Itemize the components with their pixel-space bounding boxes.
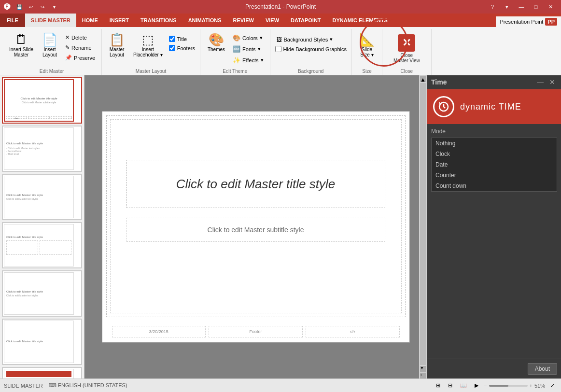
tab-view[interactable]: VIEW bbox=[260, 14, 285, 27]
tab-dynamic-elements[interactable]: Dynamic ELEMENTS bbox=[327, 14, 393, 27]
scroll-down-btn[interactable]: ▼ bbox=[420, 366, 426, 372]
mode-list: Nothing Clock Date Counter Count down bbox=[431, 138, 557, 192]
slide-thumb-5[interactable]: Click to edit Master title style Click t… bbox=[2, 270, 82, 317]
edit-theme-label-bottom: Edit Theme bbox=[204, 68, 266, 75]
slide-thumb-4[interactable]: Click to edit Master title style bbox=[2, 222, 82, 268]
bg-styles-label: Background Styles bbox=[284, 37, 328, 42]
slide-thumb-3[interactable]: Click to edit Master title style Click t… bbox=[2, 174, 82, 220]
preserve-btn[interactable]: 📌 Preserve bbox=[63, 53, 98, 62]
effects-btn[interactable]: ✨ Effects ▾ bbox=[230, 55, 266, 65]
hide-bg-check-input[interactable] bbox=[275, 46, 281, 52]
tab-review[interactable]: REVIEW bbox=[227, 14, 260, 27]
minimize-btn[interactable]: — bbox=[515, 2, 528, 12]
tab-home[interactable]: HOME bbox=[76, 14, 104, 27]
tab-transitions[interactable]: TRANSITIONS bbox=[135, 14, 182, 27]
master-layout-group: 📋 MasterLayout ⬚ InsertPlaceholder ▾ Tit… bbox=[102, 29, 200, 75]
close-panel-btn[interactable]: ✕ bbox=[547, 77, 557, 87]
slide-thumb-inner-2: Click to edit Master title style · Click… bbox=[4, 127, 74, 170]
title-check-input[interactable] bbox=[169, 36, 175, 42]
master-layout-btn[interactable]: 📋 MasterLayout bbox=[106, 31, 128, 60]
background-styles-btn[interactable]: 🖼 Background Styles ▾ bbox=[274, 35, 348, 44]
slide-subtitle-text: Click to edit Master subtitle style bbox=[208, 226, 304, 234]
scroll-up-btn[interactable]: ▲ bbox=[420, 76, 426, 82]
fit-window-btn[interactable]: ⤢ bbox=[548, 381, 557, 390]
slide-thumb-inner-7: Click to edit text bbox=[4, 369, 74, 378]
tab-slide-master[interactable]: SLIDE MASTER bbox=[25, 14, 76, 27]
footers-checkbox[interactable]: Footers bbox=[168, 44, 196, 52]
right-panel: Time — ✕ dynamic TIME Mode Nothing Clock… bbox=[427, 75, 561, 378]
qat-more[interactable]: ▾ bbox=[49, 2, 59, 12]
slide-thumb-inner-1: Click to edit Master title style Click t… bbox=[4, 79, 74, 122]
delete-btn[interactable]: ✕ Delete bbox=[63, 33, 98, 42]
right-panel-title: Time bbox=[431, 78, 447, 86]
master-layout-label-bottom: Master Layout bbox=[106, 68, 196, 75]
status-bar: SLIDE MASTER ⌨ ENGLISH (UNITED STATES) ⊞… bbox=[0, 378, 561, 392]
presentation-point-btn[interactable]: Presentation Point PP bbox=[496, 16, 561, 27]
fonts-btn[interactable]: 🔤 Fonts ▾ bbox=[230, 44, 266, 54]
slide-canvas[interactable]: Click to edit Master title style Click t… bbox=[102, 111, 410, 343]
colors-btn[interactable]: 🎨 Colors ▾ bbox=[230, 33, 266, 43]
subtitle-placeholder[interactable]: Click to edit Master subtitle style bbox=[126, 218, 385, 242]
scroll-thumb[interactable] bbox=[420, 83, 426, 365]
slide-thumb-2[interactable]: Click to edit Master title style · Click… bbox=[2, 126, 82, 172]
slide-thumb-inner-6: Click to edit Master title style bbox=[4, 321, 74, 363]
slide-sorter-btn[interactable]: ⊟ bbox=[446, 381, 455, 390]
time-icon bbox=[433, 96, 454, 117]
zoom-in-btn[interactable]: + bbox=[530, 383, 533, 389]
insert-layout-btn[interactable]: 📄 InsertLayout bbox=[39, 31, 61, 60]
title-checkbox[interactable]: Title bbox=[168, 35, 196, 43]
slide-size-btn[interactable]: 📐 SlideSize ▾ bbox=[356, 31, 378, 60]
close-master-icon: ✕ bbox=[398, 34, 415, 52]
tab-datapoint[interactable]: DATAPOINT bbox=[285, 14, 327, 27]
ribbon-tabs: FILE SLIDE MASTER HOME INSERT TRANSITION… bbox=[0, 14, 561, 27]
zoom-control: − + 51% bbox=[484, 383, 545, 389]
edit-master-label: Edit Master bbox=[6, 68, 98, 75]
mode-countdown[interactable]: Count down bbox=[432, 181, 557, 191]
normal-view-btn[interactable]: ⊞ bbox=[434, 381, 443, 390]
title-placeholder[interactable]: Click to edit Master title style bbox=[126, 160, 385, 208]
zoom-slider[interactable] bbox=[489, 385, 528, 387]
right-scrollbar[interactable]: ▲ ▼ ↕ bbox=[419, 75, 427, 378]
insert-slide-master-label: Insert SlideMaster bbox=[9, 47, 33, 57]
themes-icon: 🎨 bbox=[209, 33, 224, 46]
close-window-btn[interactable]: ✕ bbox=[544, 2, 557, 12]
pin-panel-btn[interactable]: — bbox=[535, 77, 546, 87]
qat-undo[interactable]: ↩ bbox=[26, 2, 36, 12]
master-layout-checks: Title Footers bbox=[168, 31, 196, 52]
reading-view-btn[interactable]: 📖 bbox=[458, 381, 469, 390]
qat-save[interactable]: 💾 bbox=[14, 2, 24, 12]
mode-nothing[interactable]: Nothing bbox=[432, 138, 557, 149]
footers-check-input[interactable] bbox=[169, 45, 175, 51]
tab-insert[interactable]: INSERT bbox=[104, 14, 135, 27]
slide-thumb-7[interactable]: Click to edit text bbox=[2, 367, 82, 378]
qat-redo[interactable]: ↪ bbox=[38, 2, 47, 12]
close-master-view-btn[interactable]: ✕ CloseMaster View bbox=[388, 31, 425, 67]
mode-date[interactable]: Date bbox=[432, 159, 557, 170]
mode-counter[interactable]: Counter bbox=[432, 170, 557, 181]
slide-thumb-inner-4: Click to edit Master title style bbox=[4, 224, 74, 266]
insert-slide-master-btn[interactable]: 🗒 Insert SlideMaster bbox=[6, 31, 37, 60]
slide-thumb-6[interactable]: Click to edit Master title style bbox=[2, 319, 82, 365]
title-bar: 🅟 💾 ↩ ↪ ▾ Presentation1 - PowerPoint ? ▾… bbox=[0, 0, 561, 14]
slide-thumb-1[interactable]: Click to edit Master title style Click t… bbox=[2, 77, 82, 124]
insert-slide-master-icon: 🗒 bbox=[15, 33, 28, 46]
slide-panel[interactable]: Click to edit Master title style Click t… bbox=[0, 75, 84, 378]
themes-btn[interactable]: 🎨 Themes bbox=[204, 31, 228, 55]
zoom-out-btn[interactable]: − bbox=[484, 383, 487, 389]
maximize-btn[interactable]: □ bbox=[529, 2, 543, 12]
help-btn[interactable]: ? bbox=[486, 2, 499, 12]
rename-btn[interactable]: ✎ Rename bbox=[63, 43, 98, 52]
tab-file[interactable]: FILE bbox=[0, 14, 25, 27]
insert-placeholder-label: InsertPlaceholder ▾ bbox=[133, 47, 163, 57]
hide-bg-checkbox[interactable]: Hide Background Graphics bbox=[274, 45, 348, 53]
mode-clock[interactable]: Clock bbox=[432, 149, 557, 159]
themes-label: Themes bbox=[208, 47, 225, 52]
scroll-bottom-btn[interactable]: ↕ bbox=[420, 373, 426, 378]
about-btn[interactable]: About bbox=[528, 363, 557, 375]
colors-label: Colors bbox=[242, 35, 258, 41]
slideshow-btn[interactable]: ▶ bbox=[472, 381, 481, 390]
ribbon-toggle-btn[interactable]: ▾ bbox=[500, 2, 514, 12]
insert-placeholder-btn[interactable]: ⬚ InsertPlaceholder ▾ bbox=[130, 31, 166, 60]
time-banner: dynamic TIME bbox=[427, 89, 561, 124]
tab-animations[interactable]: ANIMATIONS bbox=[182, 14, 227, 27]
